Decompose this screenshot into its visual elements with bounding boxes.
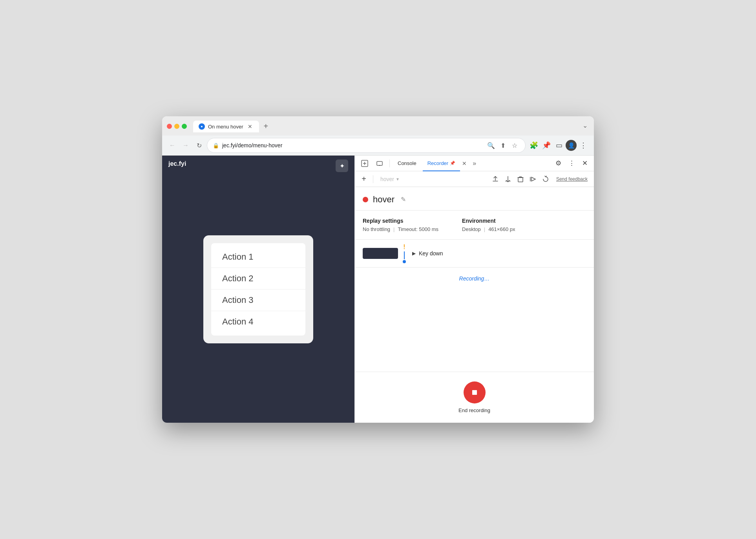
edit-title-button[interactable]: ✎ xyxy=(399,194,407,205)
close-traffic-light[interactable] xyxy=(167,124,172,129)
recording-selector[interactable]: hover ▾ xyxy=(376,174,488,184)
devtools-inspect-icon[interactable] xyxy=(358,156,371,171)
download-button[interactable] xyxy=(502,173,514,185)
keydown-expand-icon: ▶ xyxy=(412,251,416,256)
upload-button[interactable] xyxy=(489,173,501,185)
tab-separator xyxy=(389,160,390,167)
keydown-row[interactable]: ▶ Key down xyxy=(411,250,443,257)
address-icons: 🔍 ⬆ ☆ xyxy=(486,140,520,150)
theme-toggle-button[interactable]: ✦ xyxy=(336,160,348,172)
replay-button[interactable] xyxy=(527,173,539,185)
menu-card: Action 1 Action 2 Action 3 Action 4 xyxy=(203,235,313,343)
recording-title: hover xyxy=(373,194,394,205)
devtools-close-button[interactable]: ✕ xyxy=(579,158,591,169)
share-icon[interactable]: ⬆ xyxy=(498,140,508,150)
timeline-bar xyxy=(363,248,398,259)
dropdown-value: hover xyxy=(380,176,394,182)
title-bar: ● On menu hover ✕ + ⌄ xyxy=(162,116,594,136)
recorder-toolbar: + hover ▾ xyxy=(355,171,594,187)
settings-divider: | xyxy=(393,226,394,232)
bookmark-icon[interactable]: ☆ xyxy=(509,140,520,150)
avatar-button[interactable]: 👤 xyxy=(566,140,577,151)
recorder-close-button[interactable]: ✕ xyxy=(460,159,469,168)
timeline-line xyxy=(404,251,405,259)
keydown-label: Key down xyxy=(419,250,443,257)
more-tabs-button[interactable]: » xyxy=(470,158,478,169)
search-icon[interactable]: 🔍 xyxy=(486,140,496,150)
dimensions-value: 461×660 px xyxy=(488,226,515,232)
timeline-dot xyxy=(403,260,406,263)
menu-item-3[interactable]: Action 3 xyxy=(211,290,305,311)
recording-status-text: Recording… xyxy=(459,275,490,282)
url-text: jec.fyi/demo/menu-hover xyxy=(222,142,483,148)
devtools-more-button[interactable]: ⋮ xyxy=(566,158,577,169)
menu-item-4[interactable]: Action 4 xyxy=(211,311,305,332)
throttling-value: No throttling xyxy=(363,226,390,232)
site-name: jec.fyi xyxy=(168,160,186,167)
splitscreen-icon[interactable]: ▭ xyxy=(553,139,565,151)
settings-section: Replay settings No throttling | Timeout:… xyxy=(355,211,594,240)
back-button[interactable]: ← xyxy=(167,140,178,151)
timeout-value: Timeout: 5000 ms xyxy=(398,226,438,232)
recorder-content: hover ✎ Replay settings No throttling | … xyxy=(355,187,594,423)
menu-item-1[interactable]: Action 1 xyxy=(211,246,305,268)
tab-favicon: ● xyxy=(199,123,205,130)
menu-item-2[interactable]: Action 2 xyxy=(211,268,305,290)
environment-values: Desktop | 461×660 px xyxy=(462,226,515,232)
tabs-area: ● On menu hover ✕ + ⌄ xyxy=(193,120,589,132)
tab-recorder[interactable]: Recorder 📌 xyxy=(423,156,460,171)
browser-tab[interactable]: ● On menu hover ✕ xyxy=(193,121,259,132)
svg-rect-1 xyxy=(377,161,382,165)
replay-settings-values: No throttling | Timeout: 5000 ms xyxy=(363,226,438,232)
lock-icon: 🔒 xyxy=(213,143,219,148)
replay-settings-heading: Replay settings xyxy=(363,218,438,224)
end-recording-section: End recording xyxy=(355,372,594,423)
forward-button[interactable]: → xyxy=(180,140,191,151)
slow-replay-button[interactable] xyxy=(540,173,551,185)
recording-status-area: Recording… xyxy=(355,268,594,290)
environment-heading: Environment xyxy=(462,218,515,224)
extensions-icon[interactable]: 🧩 xyxy=(528,139,540,151)
dropdown-arrow-icon: ▾ xyxy=(396,176,399,182)
delete-button[interactable] xyxy=(515,173,526,185)
timeline-area: ! ▶ Key down xyxy=(355,240,594,268)
desktop-value: Desktop xyxy=(462,226,481,232)
svg-rect-2 xyxy=(379,165,380,166)
devtools-device-icon[interactable] xyxy=(373,156,386,171)
tab-console[interactable]: Console xyxy=(393,156,421,171)
tab-close-button[interactable]: ✕ xyxy=(247,123,254,130)
replay-settings-column: Replay settings No throttling | Timeout:… xyxy=(363,218,438,232)
devtools-tabs: Console Recorder 📌 ✕ » ⚙ ⋮ ✕ xyxy=(355,156,594,171)
nav-bar: ← → ↻ 🔒 jec.fyi/demo/menu-hover 🔍 ⬆ ☆ 🧩 … xyxy=(162,136,594,156)
pin-icon[interactable]: 📌 xyxy=(541,139,552,151)
maximize-traffic-light[interactable] xyxy=(182,124,187,129)
send-feedback-link[interactable]: Send feedback xyxy=(553,176,591,182)
new-tab-button[interactable]: + xyxy=(261,120,272,132)
toolbar-separator xyxy=(373,175,373,183)
timeline-warning-icon: ! xyxy=(403,244,405,251)
end-recording-button[interactable] xyxy=(464,381,486,403)
environment-column: Environment Desktop | 461×660 px xyxy=(462,218,515,232)
menu-inner: Action 1 Action 2 Action 3 Action 4 xyxy=(211,243,305,336)
devtools-settings-button[interactable]: ⚙ xyxy=(552,158,564,169)
env-divider: | xyxy=(484,226,485,232)
svg-rect-4 xyxy=(472,390,477,395)
recording-title-bar: hover ✎ xyxy=(355,187,594,211)
traffic-lights xyxy=(167,124,187,129)
recording-status-dot xyxy=(363,197,368,202)
chrome-menu-icon[interactable]: ⋮ xyxy=(577,139,589,151)
add-recording-button[interactable]: + xyxy=(358,173,370,185)
tab-title: On menu hover xyxy=(208,124,243,130)
devtools-panel: Console Recorder 📌 ✕ » ⚙ ⋮ ✕ + xyxy=(354,156,594,423)
minimize-traffic-light[interactable] xyxy=(174,124,179,129)
end-recording-label: End recording xyxy=(458,407,490,413)
refresh-button[interactable]: ↻ xyxy=(194,140,205,151)
svg-rect-3 xyxy=(518,178,523,182)
recorder-action-buttons xyxy=(489,173,551,185)
main-content: jec.fyi ✦ Action 1 Action 2 Action 3 Act… xyxy=(162,156,594,423)
browser-window: ● On menu hover ✕ + ⌄ ← → ↻ 🔒 jec.fyi/de… xyxy=(162,116,594,423)
window-menu-button[interactable]: ⌄ xyxy=(581,120,589,131)
recorder-icon: 📌 xyxy=(450,161,455,166)
address-bar[interactable]: 🔒 jec.fyi/demo/menu-hover 🔍 ⬆ ☆ xyxy=(207,138,526,153)
website-panel: jec.fyi ✦ Action 1 Action 2 Action 3 Act… xyxy=(162,156,354,423)
